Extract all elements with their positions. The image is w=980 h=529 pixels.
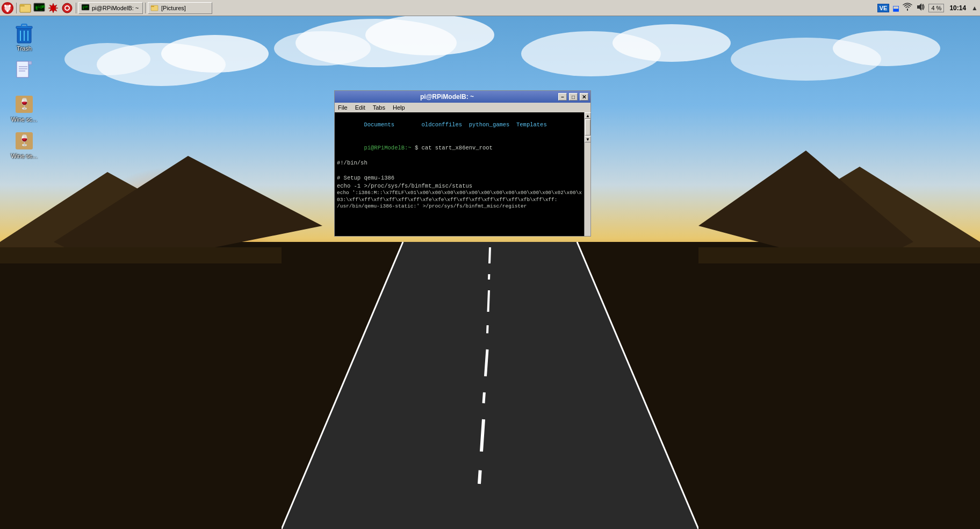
trash-label: Trash: [17, 45, 32, 52]
scrollbar-track: [585, 119, 590, 136]
svg-point-31: [6, 10, 9, 12]
output-blank-1: [337, 167, 588, 174]
raspberry-pi-button[interactable]: [1, 2, 14, 15]
svg-point-10: [833, 31, 940, 66]
svg-point-30: [9, 4, 11, 6]
svg-text:🍷: 🍷: [18, 97, 31, 110]
svg-rect-34: [20, 4, 24, 6]
svg-rect-24: [0, 258, 282, 529]
wine1-icon-image: 🍷: [13, 94, 35, 115]
taskbar-right: VE ⬓ 4 % 10:14: [877, 3, 980, 13]
tray-expand-button[interactable]: ▲: [971, 4, 978, 12]
terminal-icon[interactable]: pi@RPi $ _: [33, 2, 46, 15]
trash-icon-image: [13, 23, 35, 44]
wine2-desktop-icon[interactable]: 🍷 Wine se...: [5, 128, 43, 161]
taskbar-left: pi@RPi $ _ pi@R $ _: [0, 2, 212, 15]
scrollbar-thumb[interactable]: [585, 119, 590, 135]
scroll-down-button[interactable]: ▼: [585, 136, 591, 142]
terminal-scrollbar[interactable]: ▲ ▼: [584, 112, 590, 236]
svg-rect-48: [151, 6, 154, 7]
minimize-button[interactable]: –: [558, 93, 567, 101]
wine1-label: Wine sc...: [11, 116, 37, 123]
edit-menu[interactable]: Edit: [354, 104, 366, 111]
dirs-line: Documents oldconffiles python_games Temp…: [337, 113, 588, 137]
terminal-menubar: File Edit Tabs Help: [335, 103, 590, 112]
svg-point-42: [66, 6, 69, 10]
svg-point-8: [612, 24, 731, 62]
system-clock[interactable]: 10:14: [947, 4, 968, 12]
volume-icon[interactable]: [916, 3, 925, 13]
output-line-5: 03:\xff\xff\xff\xff\xff\xff\xfe\xfe\xff\…: [337, 197, 588, 204]
prompt-line-1: pi@RPiModelB:~ $ cat start_x86env_root: [337, 137, 588, 160]
file-manager-icon[interactable]: [19, 2, 32, 15]
output-blank-2: [337, 210, 588, 215]
wifi-icon[interactable]: [903, 3, 912, 13]
terminal-window: pi@RPiModelB: ~ – □ ✕ File Edit Tabs Hel…: [334, 90, 591, 237]
maximize-button[interactable]: □: [569, 93, 578, 101]
svg-point-29: [4, 4, 6, 6]
wine2-label: Wine se...: [11, 153, 38, 159]
wine2-icon-image: 🍷: [13, 130, 35, 152]
bluetooth-icon[interactable]: ⬓: [892, 4, 899, 12]
separator2: [76, 3, 76, 13]
tabs-menu[interactable]: Tabs: [372, 104, 386, 111]
terminal-body: Documents oldconffiles python_games Temp…: [335, 112, 590, 236]
terminal-output[interactable]: Documents oldconffiles python_games Temp…: [335, 112, 590, 215]
output-line-6: /usr/bin/qemu-i386-static:' >/proc/sys/f…: [337, 203, 588, 210]
terminal-title: pi@RPiModelB: ~: [337, 93, 557, 101]
terminal-window-label: pi@RPiModelB: ~: [92, 5, 139, 11]
svg-point-49: [907, 9, 908, 10]
svg-rect-57: [17, 61, 28, 77]
battery-indicator[interactable]: 4 %: [928, 4, 944, 12]
trash-desktop-icon[interactable]: Trash: [5, 20, 43, 54]
terminal-taskbar-button[interactable]: pi@R $ _ pi@RPiModelB: ~: [78, 2, 143, 14]
svg-rect-56: [21, 24, 27, 27]
close-button[interactable]: ✕: [580, 93, 588, 101]
output-line-1: #!/bin/sh: [337, 159, 588, 167]
svg-text:$ _: $ _: [83, 7, 87, 10]
ve-tray-icon[interactable]: VE: [877, 4, 890, 12]
svg-rect-25: [698, 258, 980, 529]
svg-rect-26: [0, 247, 282, 263]
pictures-window-label: [Pictures]: [161, 5, 186, 11]
road-illustration: [0, 0, 980, 529]
separator: [16, 3, 17, 13]
svg-marker-39: [48, 3, 58, 13]
output-line-3: echo -1 >/proc/sys/fs/binfmt_misc/status: [337, 182, 588, 190]
svg-point-2: [161, 35, 269, 73]
document-icon-image: [13, 60, 35, 82]
pictures-taskbar-button[interactable]: [Pictures]: [148, 2, 212, 14]
svg-text:$ _: $ _: [35, 6, 42, 11]
taskbar: pi@RPi $ _ pi@R $ _: [0, 0, 980, 16]
svg-marker-50: [917, 3, 921, 11]
output-line-4: echo ':i386:M::\x7fELF\x01\x00\x00\x00\x…: [337, 190, 588, 197]
svg-point-5: [365, 15, 494, 55]
document-desktop-icon[interactable]: [5, 58, 43, 85]
desktop-background: [0, 0, 980, 529]
file-menu[interactable]: File: [337, 104, 349, 111]
terminal-titlebar: pi@RPiModelB: ~ – □ ✕: [335, 91, 590, 103]
help-menu[interactable]: Help: [392, 104, 406, 111]
output-line-2: # Setup qemu-i386: [337, 174, 588, 182]
separator3: [145, 3, 146, 13]
svg-point-3: [64, 43, 150, 75]
scroll-up-button[interactable]: ▲: [585, 112, 591, 119]
svg-point-6: [274, 31, 371, 66]
svg-rect-27: [698, 247, 980, 263]
wine1-desktop-icon[interactable]: 🍷 Wine sc...: [5, 91, 43, 125]
svg-text:🍷: 🍷: [18, 134, 31, 147]
config-icon[interactable]: [47, 2, 60, 15]
svg-rect-59: [28, 61, 32, 65]
security-icon[interactable]: [61, 2, 74, 15]
